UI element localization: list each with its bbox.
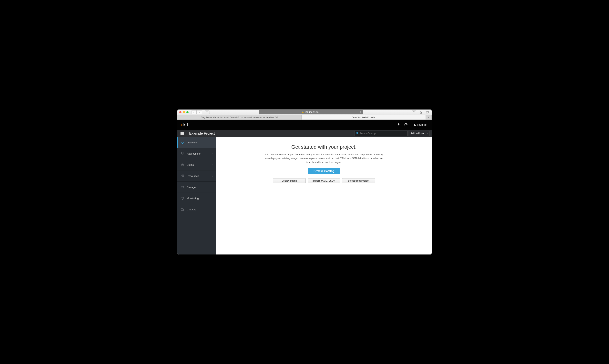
sidenav-item-storage[interactable]: Storage bbox=[177, 182, 216, 193]
search-icon bbox=[356, 132, 358, 135]
search-catalog[interactable] bbox=[355, 131, 407, 136]
svg-point-8 bbox=[414, 124, 415, 125]
svg-rect-4 bbox=[426, 112, 428, 113]
resources-icon bbox=[180, 174, 184, 178]
sidenav: Overview Applications › Builds › bbox=[177, 137, 216, 255]
back-button[interactable]: ‹ bbox=[192, 110, 197, 114]
browser-tabstrip: Blog: Dimas Maryanto - Install Openshift… bbox=[177, 115, 432, 120]
new-tab-button[interactable]: + bbox=[426, 115, 432, 119]
address-bar-wrap: 🔒 192.168.99.101 ⟳ bbox=[211, 110, 410, 114]
svg-rect-23 bbox=[181, 208, 182, 211]
window-controls bbox=[179, 111, 189, 113]
svg-rect-0 bbox=[206, 111, 208, 113]
action-row: Deploy Image Import YAML / JSON Select f… bbox=[273, 178, 375, 183]
nav-buttons: ‹ › bbox=[191, 110, 202, 114]
add-to-project-button[interactable]: Add to Project ▾ bbox=[409, 131, 430, 136]
sidenav-label: Overview bbox=[187, 141, 197, 144]
maximize-window-icon[interactable] bbox=[186, 111, 189, 113]
page-title: Get started with your project. bbox=[224, 144, 424, 150]
tab-overview-button[interactable] bbox=[205, 110, 210, 114]
svg-point-14 bbox=[182, 152, 183, 153]
chevron-right-icon: › bbox=[212, 153, 213, 155]
sidenav-item-monitoring[interactable]: Monitoring bbox=[177, 193, 216, 204]
user-menu[interactable]: develop ▾ bbox=[413, 123, 428, 126]
sidenav-label: Catalog bbox=[187, 208, 196, 211]
browser-tab-1[interactable]: OpenShift Web Console bbox=[302, 115, 426, 119]
svg-rect-21 bbox=[181, 197, 184, 199]
sidenav-label: Applications bbox=[187, 152, 201, 155]
logo[interactable]: okd bbox=[181, 122, 188, 127]
sidenav-item-builds[interactable]: Builds › bbox=[177, 159, 216, 170]
sidenav-item-catalog[interactable]: Catalog bbox=[177, 204, 216, 215]
browser-window: ‹ › 🔒 192.168.99.101 ⟳ Blog: Di bbox=[177, 109, 432, 255]
logo-kd: kd bbox=[183, 122, 188, 127]
downloads-button[interactable] bbox=[412, 110, 416, 114]
builds-icon bbox=[180, 163, 184, 167]
logo-o: o bbox=[181, 122, 183, 127]
share-button[interactable] bbox=[418, 110, 423, 114]
close-window-icon[interactable] bbox=[179, 111, 181, 113]
app-body: Overview Applications › Builds › bbox=[177, 137, 432, 255]
minimize-window-icon[interactable] bbox=[183, 111, 185, 113]
import-yaml-button[interactable]: Import YAML / JSON bbox=[308, 178, 340, 183]
project-name: Example Project bbox=[189, 131, 215, 136]
deploy-image-button[interactable]: Deploy Image bbox=[273, 178, 306, 183]
browser-toolbar: ‹ › 🔒 192.168.99.101 ⟳ bbox=[177, 109, 432, 115]
svg-point-7 bbox=[406, 125, 406, 126]
browse-catalog-button[interactable]: Browse Catalog bbox=[308, 168, 340, 174]
notifications-button[interactable] bbox=[397, 123, 400, 126]
storage-icon bbox=[180, 186, 184, 188]
chevron-down-icon: ▾ bbox=[427, 133, 428, 134]
sidenav-label: Monitoring bbox=[187, 197, 199, 200]
svg-rect-24 bbox=[182, 208, 183, 211]
svg-rect-5 bbox=[427, 111, 429, 113]
chevron-down-icon: ▾ bbox=[218, 133, 218, 134]
address-bar[interactable]: 🔒 192.168.99.101 ⟳ bbox=[259, 110, 363, 114]
url-text: 192.168.99.101 bbox=[305, 111, 320, 113]
svg-point-13 bbox=[181, 152, 182, 153]
monitoring-icon bbox=[180, 197, 184, 200]
svg-point-16 bbox=[181, 164, 183, 164]
chevron-down-icon: ▾ bbox=[427, 124, 428, 126]
svg-point-15 bbox=[182, 154, 183, 155]
sidenav-label: Resources bbox=[187, 175, 199, 178]
menu-toggle-button[interactable] bbox=[177, 130, 187, 137]
svg-point-9 bbox=[356, 132, 358, 134]
sidenav-label: Storage bbox=[187, 186, 196, 189]
project-bar: Example Project ▾ Add to Project ▾ bbox=[177, 130, 432, 137]
user-label: develop bbox=[417, 123, 427, 126]
app-header: okd ▾ develop ▾ bbox=[177, 120, 432, 130]
catalog-icon bbox=[180, 208, 184, 211]
reload-button[interactable]: ⟳ bbox=[360, 111, 361, 113]
sidenav-item-applications[interactable]: Applications › bbox=[177, 148, 216, 159]
applications-icon bbox=[180, 152, 184, 155]
page-description: Add content to your project from the cat… bbox=[263, 153, 385, 164]
chevron-down-icon: ▾ bbox=[408, 124, 409, 126]
tabs-button[interactable] bbox=[425, 110, 430, 114]
project-selector[interactable]: Example Project ▾ bbox=[189, 131, 218, 136]
svg-line-10 bbox=[358, 134, 358, 134]
sidenav-item-overview[interactable]: Overview bbox=[177, 137, 216, 148]
main-content: Get started with your project. Add conte… bbox=[216, 137, 432, 255]
chevron-right-icon: › bbox=[212, 164, 213, 166]
forward-button[interactable]: › bbox=[197, 110, 202, 114]
dashboard-icon bbox=[180, 141, 184, 144]
select-from-project-button[interactable]: Select from Project bbox=[342, 178, 375, 183]
svg-point-20 bbox=[181, 187, 182, 187]
search-input[interactable] bbox=[360, 132, 406, 135]
add-label: Add to Project bbox=[411, 132, 426, 135]
chevron-right-icon: › bbox=[212, 175, 213, 177]
lock-icon: 🔒 bbox=[302, 111, 304, 113]
browser-tab-0[interactable]: Blog: Dimas Maryanto - Install Openshift… bbox=[177, 115, 302, 119]
toolbar-right bbox=[412, 110, 430, 114]
sidenav-item-resources[interactable]: Resources › bbox=[177, 170, 216, 182]
help-button[interactable]: ▾ bbox=[404, 123, 409, 126]
sidenav-label: Builds bbox=[187, 163, 194, 166]
